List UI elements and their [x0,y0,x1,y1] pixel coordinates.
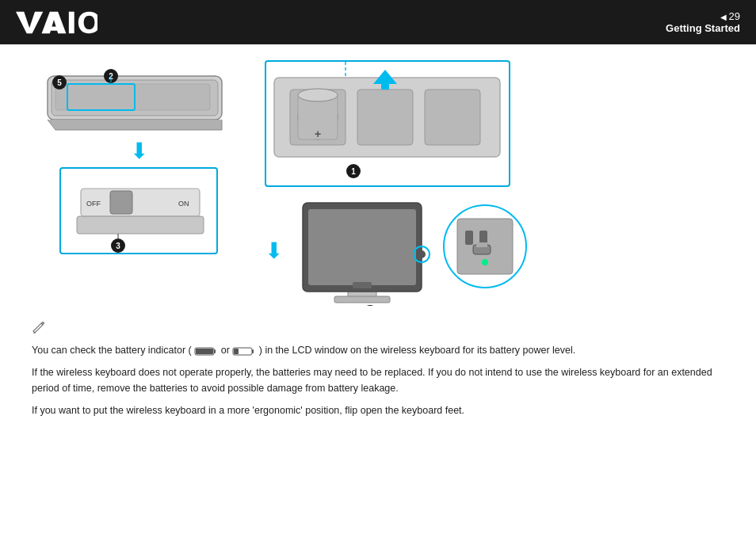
note-line-3: If you want to put the wireless keyboard… [32,402,724,418]
note-icon [32,320,724,339]
svg-rect-47 [476,242,487,247]
svg-rect-52 [196,349,213,354]
keyboard-top-diagram: 5 2 [32,60,246,135]
svg-rect-2 [47,27,60,31]
svg-point-39 [418,250,426,258]
svg-rect-44 [465,231,473,245]
battery-full-icon [194,346,218,356]
svg-rect-16 [110,191,132,214]
arrow-right: ⬇ [265,238,283,264]
svg-rect-55 [234,349,239,354]
svg-rect-36 [308,209,416,285]
switch-diagram: OFF ON 3 [61,169,220,256]
svg-rect-51 [214,349,216,353]
svg-rect-54 [252,349,254,353]
svg-text:1: 1 [351,167,356,176]
detail-box: + 1 [265,60,510,187]
svg-point-48 [482,259,488,265]
header-right: 29 Getting Started [666,10,740,34]
circle-detail-diagram [441,199,529,302]
section-title: Getting Started [666,22,740,34]
svg-text:+: + [315,128,321,140]
battery-low-icon [232,346,256,356]
notes-section: You can check the battery indicator ( or… [32,320,724,418]
svg-rect-3 [69,12,74,33]
svg-rect-37 [353,282,372,288]
svg-rect-24 [425,90,480,145]
svg-marker-0 [16,12,43,33]
arrow-down: ⬇ [130,140,148,162]
svg-text:3: 3 [116,242,120,250]
svg-text:OFF: OFF [86,200,101,208]
battery-detail-diagram: + 1 [266,62,510,187]
note-line-2: If the wireless keyboard does not operat… [32,364,724,396]
monitor-diagram: 4 [291,195,433,306]
header: 29 Getting Started [0,0,756,44]
page-number: 29 [666,10,740,22]
svg-rect-23 [357,90,413,145]
svg-text:5: 5 [57,78,62,87]
svg-text:ON: ON [178,200,189,208]
svg-rect-17 [77,216,204,234]
svg-rect-6 [55,84,210,110]
vaio-logo-svg [16,10,97,34]
svg-rect-34 [334,296,390,303]
note-line-1: You can check the battery indicator ( or… [32,342,724,358]
main-content: 5 2 ⬇ OFF ON [0,44,756,441]
pencil-icon [32,320,46,334]
switch-box: OFF ON 3 [59,167,218,254]
svg-point-28 [298,89,338,101]
vaio-logo [16,10,97,34]
svg-point-40 [363,305,377,306]
